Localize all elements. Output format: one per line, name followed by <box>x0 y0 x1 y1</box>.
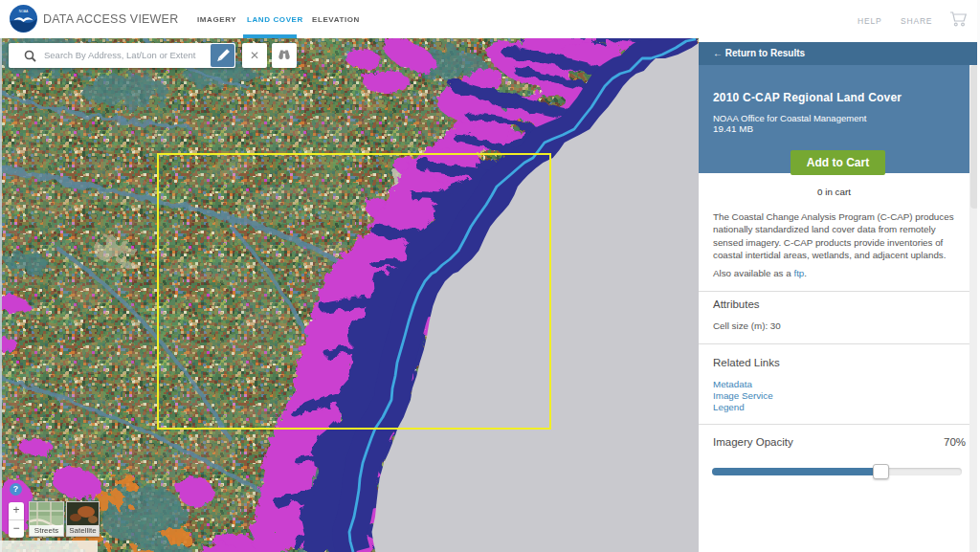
svg-text:NOAA: NOAA <box>19 10 29 13</box>
